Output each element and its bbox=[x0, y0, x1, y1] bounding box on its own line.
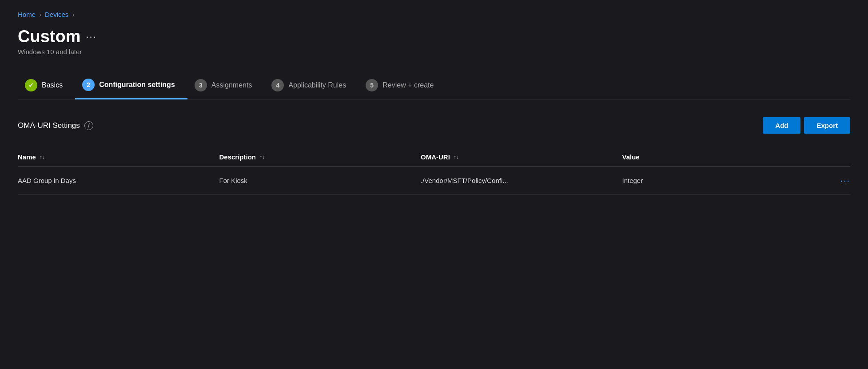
table-container: Name ↑↓ Description ↑↓ OMA-URI ↑↓ Value … bbox=[18, 148, 850, 195]
table-header-actions bbox=[824, 153, 850, 161]
table-cell-actions: ··· bbox=[824, 175, 850, 186]
tab-applicability-badge: 4 bbox=[271, 79, 284, 91]
button-group: Add Export bbox=[763, 117, 850, 134]
row-more-options-button[interactable]: ··· bbox=[840, 175, 850, 186]
table-header-oma-uri-label: OMA-URI bbox=[421, 153, 450, 161]
tab-assignments-badge: 3 bbox=[195, 79, 207, 91]
tab-configuration-settings[interactable]: 2 Configuration settings bbox=[75, 71, 187, 99]
sort-icon-description[interactable]: ↑↓ bbox=[259, 155, 265, 160]
wizard-tabs: ✓ Basics 2 Configuration settings 3 Assi… bbox=[18, 71, 850, 99]
tab-assignments-step: 3 bbox=[199, 82, 203, 89]
table-cell-oma-uri: ./Vendor/MSFT/Policy/Confi... bbox=[421, 177, 622, 184]
breadcrumb: Home › Devices › bbox=[18, 11, 850, 18]
section-title: OMA-URI Settings bbox=[18, 121, 80, 130]
table-header: Name ↑↓ Description ↑↓ OMA-URI ↑↓ Value bbox=[18, 148, 850, 167]
section-header: OMA-URI Settings i Add Export bbox=[18, 117, 850, 134]
table-cell-name: AAD Group in Days bbox=[18, 177, 219, 184]
table-header-name: Name ↑↓ bbox=[18, 153, 219, 161]
tab-review-step: 5 bbox=[370, 82, 374, 89]
page-title: Custom bbox=[18, 27, 80, 46]
tab-assignments-label: Assignments bbox=[211, 81, 252, 89]
page-subtitle: Windows 10 and later bbox=[18, 48, 850, 56]
tab-basics-label: Basics bbox=[42, 81, 63, 89]
section-title-row: OMA-URI Settings i bbox=[18, 121, 93, 130]
tab-applicability-step: 4 bbox=[276, 82, 279, 89]
table-header-description-label: Description bbox=[219, 153, 256, 161]
breadcrumb-home[interactable]: Home bbox=[18, 11, 36, 18]
table-row: AAD Group in Days For Kiosk ./Vendor/MSF… bbox=[18, 167, 850, 195]
tab-review-create[interactable]: 5 Review + create bbox=[358, 72, 446, 99]
table-header-description: Description ↑↓ bbox=[219, 153, 421, 161]
breadcrumb-devices[interactable]: Devices bbox=[45, 11, 68, 18]
table-header-oma-uri: OMA-URI ↑↓ bbox=[421, 153, 622, 161]
checkmark-icon: ✓ bbox=[28, 82, 34, 89]
breadcrumb-separator-1: › bbox=[39, 11, 41, 18]
sort-icon-oma-uri[interactable]: ↑↓ bbox=[454, 155, 459, 160]
content-area: OMA-URI Settings i Add Export Name ↑↓ De… bbox=[18, 117, 850, 195]
page-more-options-button[interactable]: ··· bbox=[86, 31, 96, 43]
tab-assignments[interactable]: 3 Assignments bbox=[187, 72, 265, 99]
page-title-area: Custom ··· Windows 10 and later bbox=[18, 27, 850, 56]
tab-applicability-rules[interactable]: 4 Applicability Rules bbox=[264, 72, 358, 99]
sort-icon-name[interactable]: ↑↓ bbox=[40, 155, 45, 160]
breadcrumb-separator-2: › bbox=[72, 11, 74, 18]
table-header-value: Value bbox=[622, 153, 824, 161]
tab-configuration-label: Configuration settings bbox=[99, 81, 175, 89]
table-header-value-label: Value bbox=[622, 153, 640, 161]
table-cell-value: Integer bbox=[622, 177, 824, 184]
tab-applicability-label: Applicability Rules bbox=[288, 81, 346, 89]
table-header-name-label: Name bbox=[18, 153, 36, 161]
tab-review-label: Review + create bbox=[382, 81, 434, 89]
tab-review-badge: 5 bbox=[366, 79, 378, 91]
tab-basics[interactable]: ✓ Basics bbox=[18, 72, 75, 99]
tab-configuration-badge: 2 bbox=[82, 79, 95, 91]
table-cell-description: For Kiosk bbox=[219, 177, 421, 184]
export-button[interactable]: Export bbox=[804, 117, 850, 134]
info-icon[interactable]: i bbox=[84, 121, 93, 130]
add-button[interactable]: Add bbox=[763, 117, 800, 134]
tab-configuration-step: 2 bbox=[87, 81, 90, 88]
tab-basics-badge: ✓ bbox=[25, 79, 37, 91]
